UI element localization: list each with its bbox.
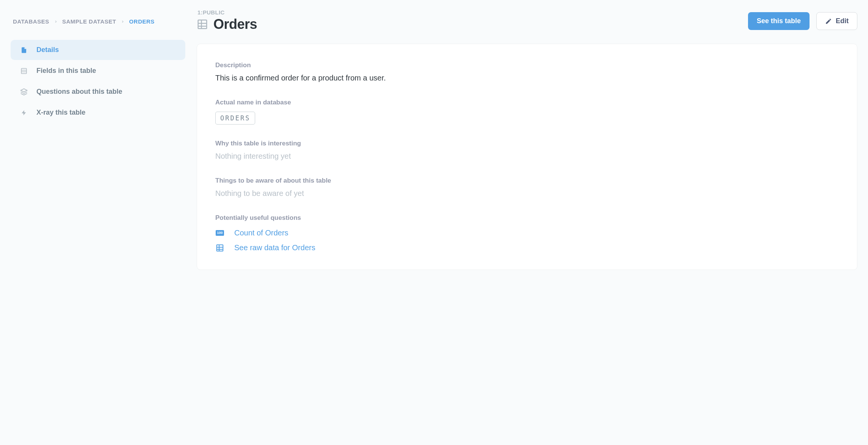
aware-label: Things to be aware of about this table: [215, 177, 839, 185]
question-count-of-orders[interactable]: 100 Count of Orders: [215, 229, 839, 237]
edit-button[interactable]: Edit: [816, 12, 857, 30]
chevron-right-icon: [54, 20, 58, 24]
file-icon: [20, 46, 28, 54]
fields-icon: [20, 67, 28, 75]
questions-label: Potentially useful questions: [215, 214, 839, 222]
svg-rect-0: [21, 68, 27, 74]
stack-icon: [20, 88, 28, 96]
question-label: See raw data for Orders: [234, 243, 315, 252]
breadcrumb: DATABASES SAMPLE DATASET ORDERS: [11, 8, 185, 40]
interesting-text: Nothing interesting yet: [215, 150, 839, 162]
sidebar-item-label: Questions about this table: [36, 88, 122, 96]
table-icon: [197, 19, 208, 30]
breadcrumb-databases[interactable]: DATABASES: [13, 18, 49, 25]
svg-marker-3: [21, 88, 27, 92]
pencil-icon: [825, 18, 832, 25]
aware-text: Nothing to be aware of yet: [215, 188, 839, 199]
description-text: This is a confirmed order for a product …: [215, 72, 839, 84]
count-icon: 100: [215, 230, 224, 236]
page-header: 1:PUBLIC Orders See this table Edit: [197, 8, 857, 32]
interesting-label: Why this table is interesting: [215, 140, 839, 147]
table-icon: [215, 244, 224, 252]
svg-rect-4: [198, 20, 207, 29]
sidebar-item-xray[interactable]: X-ray this table: [11, 103, 185, 123]
sidebar-nav: Details Fields in this table Questions a…: [11, 40, 185, 123]
sidebar-item-label: Details: [36, 46, 59, 54]
breadcrumb-orders[interactable]: ORDERS: [129, 18, 155, 25]
description-label: Description: [215, 62, 839, 69]
chevron-right-icon: [121, 20, 125, 24]
bolt-icon: [20, 109, 28, 117]
page-title: Orders: [213, 16, 257, 32]
question-see-raw-data[interactable]: See raw data for Orders: [215, 243, 839, 252]
schema-label: 1:PUBLIC: [197, 9, 741, 16]
sidebar-item-label: Fields in this table: [36, 67, 96, 75]
svg-rect-8: [217, 245, 223, 251]
sidebar-item-fields[interactable]: Fields in this table: [11, 61, 185, 81]
sidebar-item-details[interactable]: Details: [11, 40, 185, 60]
question-label: Count of Orders: [234, 229, 288, 237]
actual-name-value: ORDERS: [215, 112, 255, 125]
actual-name-label: Actual name in database: [215, 99, 839, 106]
details-card: Description This is a confirmed order fo…: [197, 44, 857, 270]
count-badge: 100: [216, 230, 224, 236]
breadcrumb-sample-dataset[interactable]: SAMPLE DATASET: [62, 18, 116, 25]
edit-button-label: Edit: [836, 17, 849, 25]
sidebar-item-questions[interactable]: Questions about this table: [11, 82, 185, 102]
sidebar-item-label: X-ray this table: [36, 109, 85, 117]
see-this-table-button[interactable]: See this table: [748, 12, 810, 30]
